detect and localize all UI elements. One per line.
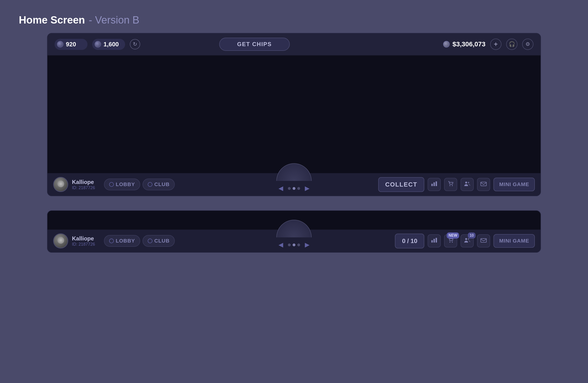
svg-point-14	[468, 238, 469, 240]
player-name-v2: Kalliope	[72, 235, 95, 242]
carousel-dot-3	[297, 187, 300, 190]
carousel-dots	[288, 187, 300, 190]
balance-display: $3,306,073	[443, 41, 485, 48]
svg-rect-10	[436, 238, 437, 243]
chip-counter-2: 1,600	[92, 39, 125, 50]
svg-point-3	[449, 185, 450, 186]
right-actions-v2: 0 / 10	[395, 234, 535, 248]
club-dot	[148, 182, 152, 187]
mail-icon-v2	[480, 237, 487, 245]
shop-button[interactable]	[444, 178, 457, 191]
svg-rect-1	[434, 182, 435, 186]
club-label: CLUB	[154, 181, 169, 188]
carousel-dot-v2-2	[293, 243, 295, 246]
friends-icon	[464, 180, 470, 189]
friends-button-v2[interactable]: 10	[461, 234, 474, 248]
center-area-v2: ◀ ▶	[272, 220, 316, 252]
right-actions-v1: COLLECT	[378, 177, 535, 192]
chip-counter-1: 920	[55, 39, 87, 50]
mail-button[interactable]	[477, 178, 490, 191]
refresh-icon: ↻	[133, 41, 137, 47]
mini-game-button[interactable]: MINI GAME	[493, 178, 535, 191]
top-bar: 920 1,600 ↻ GET CHIPS $3,306,073 + �	[47, 33, 541, 56]
carousel-left-v2[interactable]: ◀	[278, 241, 283, 248]
player-name: Kalliope	[72, 179, 95, 185]
balance-dot	[443, 41, 450, 47]
center-dome-v2	[276, 220, 312, 237]
settings-button[interactable]: ⚙	[522, 39, 533, 50]
svg-point-6	[468, 182, 469, 183]
get-chips-button[interactable]: GET CHIPS	[219, 38, 290, 51]
leaderboard-button-v2[interactable]	[428, 234, 441, 248]
add-icon: +	[494, 41, 498, 48]
chip-value-2: 1,600	[104, 41, 119, 48]
svg-point-4	[452, 185, 453, 186]
mini-game-button-v2[interactable]: MINI GAME	[493, 234, 535, 248]
carousel-dot-2	[293, 187, 295, 190]
headset-icon: 🎧	[509, 41, 515, 47]
club-button-v2[interactable]: CLUB	[143, 235, 175, 247]
lobby-label-v2: LOBBY	[116, 238, 135, 244]
shop-button-v2[interactable]: NEW	[444, 234, 457, 248]
nav-buttons-v2: LOBBY CLUB	[104, 235, 175, 247]
lobby-dot-v2	[109, 238, 114, 243]
lobby-button-v2[interactable]: LOBBY	[104, 235, 140, 247]
shop-badge-new: NEW	[447, 233, 459, 238]
nav-buttons: LOBBY CLUB	[104, 179, 175, 190]
leaderboard-icon-v2	[431, 237, 438, 245]
friends-badge-count: 10	[468, 233, 476, 238]
chip-value-1: 920	[66, 41, 76, 48]
chip-dot-1	[57, 41, 63, 47]
friends-button[interactable]	[461, 178, 474, 191]
club-button[interactable]: CLUB	[143, 179, 175, 190]
svg-point-13	[465, 238, 467, 240]
svg-point-12	[452, 242, 453, 243]
page-title: Home Screen	[19, 14, 85, 26]
page-subtitle: - Version B	[89, 14, 139, 26]
mail-button-v2[interactable]	[477, 234, 490, 248]
carousel-left[interactable]: ◀	[278, 185, 283, 192]
shop-icon	[447, 180, 454, 189]
leaderboard-icon	[431, 180, 438, 189]
add-button[interactable]: +	[490, 39, 502, 50]
svg-rect-7	[481, 182, 486, 186]
svg-point-11	[449, 242, 450, 243]
avatar	[53, 177, 68, 192]
collect-button[interactable]: COLLECT	[378, 177, 424, 192]
svg-point-5	[465, 182, 467, 184]
svg-rect-9	[434, 239, 435, 243]
bottom-bar-v1: Kalliope ID: 2187726 LOBBY CLUB	[47, 173, 541, 196]
settings-icon: ⚙	[525, 41, 530, 47]
player-info-v2: Kalliope ID: 2187726	[53, 233, 100, 248]
player-info: Kalliope ID: 2187726	[53, 177, 100, 192]
svg-rect-15	[481, 238, 486, 242]
bottom-bar-v2: Kalliope ID: 2187726 LOBBY CLUB	[47, 230, 541, 252]
carousel-dot-v2-1	[288, 243, 291, 246]
game-area	[47, 56, 541, 173]
carousel-right[interactable]: ▶	[305, 185, 310, 192]
player-details-v2: Kalliope ID: 2187726	[72, 235, 95, 247]
mail-icon	[480, 180, 487, 189]
carousel-right-v2[interactable]: ▶	[305, 241, 310, 248]
leaderboard-button[interactable]	[428, 178, 441, 191]
game-frame-version-b: Kalliope ID: 2187726 LOBBY CLUB	[47, 210, 541, 253]
carousel-controls: ◀ ▶	[272, 181, 316, 196]
svg-rect-8	[431, 240, 433, 243]
club-label-v2: CLUB	[154, 238, 169, 244]
progress-counter: 0 / 10	[395, 234, 424, 248]
carousel-dot-1	[288, 187, 291, 190]
avatar-v2	[53, 233, 68, 248]
player-details: Kalliope ID: 2187726	[72, 179, 95, 190]
center-dome	[276, 163, 312, 181]
club-dot-v2	[148, 238, 152, 243]
lobby-label: LOBBY	[116, 181, 135, 188]
svg-rect-0	[431, 184, 433, 186]
chip-dot-2	[95, 41, 101, 47]
refresh-button[interactable]: ↻	[130, 39, 140, 49]
svg-rect-2	[436, 181, 437, 186]
player-id: ID: 2187726	[72, 185, 95, 190]
top-bar-right: $3,306,073 + 🎧 ⚙	[443, 39, 533, 50]
lobby-button[interactable]: LOBBY	[104, 179, 140, 190]
headset-button[interactable]: 🎧	[506, 39, 517, 50]
balance-value: $3,306,073	[453, 41, 485, 48]
